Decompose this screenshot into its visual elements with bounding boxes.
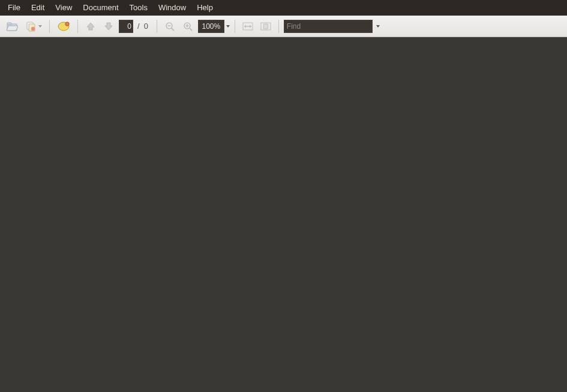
menu-document[interactable]: Document bbox=[77, 0, 124, 16]
svg-rect-22 bbox=[263, 24, 268, 29]
save-copy-icon bbox=[25, 20, 37, 32]
page-down-button[interactable] bbox=[101, 19, 116, 34]
menu-file[interactable]: File bbox=[2, 0, 26, 16]
fit-page-icon bbox=[260, 22, 271, 31]
toolbar-separator bbox=[235, 20, 235, 33]
zoom-level-input[interactable] bbox=[198, 20, 224, 33]
page-down-icon bbox=[104, 22, 113, 31]
print-button[interactable] bbox=[55, 19, 73, 34]
menu-label: Help bbox=[197, 0, 213, 16]
menubar: File Edit View Document Tools Window Hel… bbox=[0, 0, 567, 16]
menu-label: Window bbox=[158, 0, 186, 16]
zoom-in-button[interactable] bbox=[180, 19, 196, 34]
menu-label: Tools bbox=[130, 0, 148, 16]
fit-width-icon bbox=[242, 22, 253, 31]
toolbar-separator bbox=[49, 20, 50, 33]
svg-marker-19 bbox=[244, 25, 246, 28]
fit-page-button[interactable] bbox=[258, 19, 274, 34]
svg-point-7 bbox=[65, 22, 69, 25]
zoom-out-icon bbox=[165, 22, 175, 31]
toolbar-separator bbox=[278, 20, 279, 33]
menu-help[interactable]: Help bbox=[191, 0, 218, 16]
zoom-level-combo[interactable] bbox=[198, 20, 230, 33]
menu-window[interactable]: Window bbox=[153, 0, 191, 16]
toolbar-separator bbox=[77, 20, 78, 33]
svg-marker-2 bbox=[7, 26, 18, 31]
zoom-out-button[interactable] bbox=[162, 19, 178, 34]
print-icon bbox=[57, 20, 70, 32]
page-up-button[interactable] bbox=[83, 19, 98, 34]
svg-point-5 bbox=[31, 26, 35, 30]
app-window: File Edit View Document Tools Window Hel… bbox=[0, 0, 567, 392]
svg-marker-9 bbox=[105, 23, 112, 30]
svg-marker-20 bbox=[250, 25, 251, 28]
zoom-in-icon bbox=[183, 22, 193, 31]
chevron-down-icon bbox=[226, 25, 230, 28]
menu-edit[interactable]: Edit bbox=[26, 0, 50, 16]
menu-label: File bbox=[8, 0, 20, 16]
chevron-down-icon bbox=[376, 25, 380, 28]
menu-view[interactable]: View bbox=[50, 0, 77, 16]
svg-marker-8 bbox=[87, 23, 94, 30]
open-icon bbox=[6, 20, 18, 32]
document-area[interactable] bbox=[0, 37, 567, 392]
svg-line-14 bbox=[190, 28, 192, 31]
page-separator-label: / bbox=[136, 22, 142, 31]
page-total-label: 0 bbox=[144, 22, 152, 31]
menu-label: Document bbox=[83, 0, 118, 16]
svg-rect-1 bbox=[7, 23, 11, 25]
menu-label: View bbox=[55, 0, 72, 16]
svg-line-11 bbox=[172, 28, 174, 31]
menu-label: Edit bbox=[31, 0, 44, 16]
save-copy-button[interactable] bbox=[23, 19, 44, 34]
fit-width-button[interactable] bbox=[240, 19, 256, 34]
page-up-icon bbox=[86, 22, 95, 31]
toolbar: / 0 bbox=[0, 16, 567, 37]
chevron-down-icon bbox=[38, 25, 42, 28]
menu-tools[interactable]: Tools bbox=[124, 0, 153, 16]
toolbar-separator bbox=[157, 20, 157, 33]
page-number-input[interactable] bbox=[119, 20, 133, 33]
find-input[interactable] bbox=[284, 20, 373, 33]
open-button[interactable] bbox=[4, 19, 20, 34]
